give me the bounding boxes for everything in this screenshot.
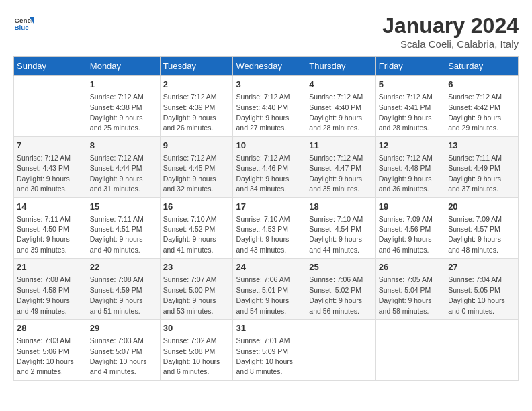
day-cell: 22Sunrise: 7:08 AM Sunset: 4:59 PM Dayli… [87, 259, 160, 320]
day-cell: 29Sunrise: 7:03 AM Sunset: 5:07 PM Dayli… [87, 320, 160, 381]
day-number: 17 [236, 201, 303, 213]
subtitle: Scala Coeli, Calabria, Italy [382, 38, 519, 50]
day-number: 25 [309, 261, 372, 273]
day-cell: 5Sunrise: 7:12 AM Sunset: 4:41 PM Daylig… [375, 76, 445, 137]
week-row-3: 21Sunrise: 7:08 AM Sunset: 4:58 PM Dayli… [14, 259, 519, 320]
day-cell: 23Sunrise: 7:07 AM Sunset: 5:00 PM Dayli… [160, 259, 233, 320]
day-cell: 9Sunrise: 7:12 AM Sunset: 4:45 PM Daylig… [160, 136, 233, 197]
day-cell: 7Sunrise: 7:12 AM Sunset: 4:43 PM Daylig… [14, 136, 87, 197]
day-number: 26 [379, 261, 442, 273]
calendar-table: SundayMondayTuesdayWednesdayThursdayFrid… [13, 56, 519, 381]
day-info: Sunrise: 7:12 AM Sunset: 4:46 PM Dayligh… [236, 154, 290, 193]
week-row-1: 7Sunrise: 7:12 AM Sunset: 4:43 PM Daylig… [14, 136, 519, 197]
day-cell: 17Sunrise: 7:10 AM Sunset: 4:53 PM Dayli… [233, 197, 306, 259]
day-number: 30 [163, 322, 230, 334]
day-header-sunday: Sunday [14, 57, 87, 76]
day-number: 16 [163, 201, 230, 213]
day-number: 12 [379, 140, 442, 152]
header: General Blue January 2024 Scala Coeli, C… [13, 13, 519, 50]
day-number: 3 [236, 79, 303, 91]
day-number: 6 [448, 79, 515, 91]
day-number: 5 [379, 79, 442, 91]
day-cell: 18Sunrise: 7:10 AM Sunset: 4:54 PM Dayli… [306, 197, 375, 259]
day-number: 18 [309, 201, 372, 213]
day-cell: 31Sunrise: 7:01 AM Sunset: 5:09 PM Dayli… [233, 320, 306, 381]
day-info: Sunrise: 7:12 AM Sunset: 4:42 PM Dayligh… [448, 93, 502, 132]
day-info: Sunrise: 7:04 AM Sunset: 5:05 PM Dayligh… [448, 275, 505, 314]
day-number: 11 [309, 140, 372, 152]
day-number: 8 [90, 140, 157, 152]
day-info: Sunrise: 7:06 AM Sunset: 5:01 PM Dayligh… [236, 275, 290, 314]
day-cell: 25Sunrise: 7:06 AM Sunset: 5:02 PM Dayli… [306, 259, 375, 320]
day-cell: 10Sunrise: 7:12 AM Sunset: 4:46 PM Dayli… [233, 136, 306, 197]
day-cell: 4Sunrise: 7:12 AM Sunset: 4:40 PM Daylig… [306, 76, 375, 137]
day-info: Sunrise: 7:12 AM Sunset: 4:43 PM Dayligh… [17, 154, 71, 193]
day-info: Sunrise: 7:11 AM Sunset: 4:50 PM Dayligh… [17, 215, 71, 254]
day-info: Sunrise: 7:08 AM Sunset: 4:58 PM Dayligh… [17, 275, 71, 314]
day-number: 22 [90, 261, 157, 273]
day-cell: 3Sunrise: 7:12 AM Sunset: 4:40 PM Daylig… [233, 76, 306, 137]
day-cell: 8Sunrise: 7:12 AM Sunset: 4:44 PM Daylig… [87, 136, 160, 197]
day-number: 13 [448, 140, 515, 152]
day-number: 1 [90, 79, 157, 91]
day-cell: 19Sunrise: 7:09 AM Sunset: 4:56 PM Dayli… [375, 197, 445, 259]
day-info: Sunrise: 7:12 AM Sunset: 4:40 PM Dayligh… [236, 93, 290, 132]
day-cell: 20Sunrise: 7:09 AM Sunset: 4:57 PM Dayli… [445, 197, 519, 259]
day-cell: 1Sunrise: 7:12 AM Sunset: 4:38 PM Daylig… [87, 76, 160, 137]
day-info: Sunrise: 7:06 AM Sunset: 5:02 PM Dayligh… [309, 275, 363, 314]
day-info: Sunrise: 7:12 AM Sunset: 4:44 PM Dayligh… [90, 154, 144, 193]
day-cell [14, 76, 87, 137]
svg-text:Blue: Blue [15, 24, 30, 31]
day-number: 24 [236, 261, 303, 273]
day-header-tuesday: Tuesday [160, 57, 233, 76]
day-cell: 13Sunrise: 7:11 AM Sunset: 4:49 PM Dayli… [445, 136, 519, 197]
day-cell: 11Sunrise: 7:12 AM Sunset: 4:47 PM Dayli… [306, 136, 375, 197]
day-header-saturday: Saturday [445, 57, 519, 76]
day-info: Sunrise: 7:11 AM Sunset: 4:51 PM Dayligh… [90, 215, 144, 254]
day-cell: 16Sunrise: 7:10 AM Sunset: 4:52 PM Dayli… [160, 197, 233, 259]
day-cell: 30Sunrise: 7:02 AM Sunset: 5:08 PM Dayli… [160, 320, 233, 381]
week-row-0: 1Sunrise: 7:12 AM Sunset: 4:38 PM Daylig… [14, 76, 519, 137]
day-info: Sunrise: 7:08 AM Sunset: 4:59 PM Dayligh… [90, 275, 144, 314]
day-info: Sunrise: 7:12 AM Sunset: 4:39 PM Dayligh… [163, 93, 217, 132]
day-header-wednesday: Wednesday [233, 57, 306, 76]
week-row-4: 28Sunrise: 7:03 AM Sunset: 5:06 PM Dayli… [14, 320, 519, 381]
day-cell: 14Sunrise: 7:11 AM Sunset: 4:50 PM Dayli… [14, 197, 87, 259]
day-number: 20 [448, 201, 515, 213]
day-info: Sunrise: 7:02 AM Sunset: 5:08 PM Dayligh… [163, 336, 220, 375]
day-cell [306, 320, 375, 381]
logo: General Blue [13, 13, 34, 34]
day-cell: 26Sunrise: 7:05 AM Sunset: 5:04 PM Dayli… [375, 259, 445, 320]
day-header-monday: Monday [87, 57, 160, 76]
main-title: January 2024 [382, 13, 519, 38]
day-info: Sunrise: 7:12 AM Sunset: 4:47 PM Dayligh… [309, 154, 363, 193]
day-cell: 12Sunrise: 7:12 AM Sunset: 4:48 PM Dayli… [375, 136, 445, 197]
title-area: January 2024 Scala Coeli, Calabria, Ital… [382, 13, 519, 50]
day-info: Sunrise: 7:10 AM Sunset: 4:52 PM Dayligh… [163, 215, 217, 254]
day-info: Sunrise: 7:11 AM Sunset: 4:49 PM Dayligh… [448, 154, 502, 193]
day-info: Sunrise: 7:10 AM Sunset: 4:54 PM Dayligh… [309, 215, 363, 254]
day-info: Sunrise: 7:01 AM Sunset: 5:09 PM Dayligh… [236, 336, 293, 375]
day-cell: 24Sunrise: 7:06 AM Sunset: 5:01 PM Dayli… [233, 259, 306, 320]
day-info: Sunrise: 7:03 AM Sunset: 5:07 PM Dayligh… [90, 336, 147, 375]
day-header-friday: Friday [375, 57, 445, 76]
day-number: 27 [448, 261, 515, 273]
day-info: Sunrise: 7:07 AM Sunset: 5:00 PM Dayligh… [163, 275, 217, 314]
day-cell: 21Sunrise: 7:08 AM Sunset: 4:58 PM Dayli… [14, 259, 87, 320]
day-number: 31 [236, 322, 303, 334]
day-cell [375, 320, 445, 381]
day-number: 2 [163, 79, 230, 91]
day-cell: 2Sunrise: 7:12 AM Sunset: 4:39 PM Daylig… [160, 76, 233, 137]
day-cell: 28Sunrise: 7:03 AM Sunset: 5:06 PM Dayli… [14, 320, 87, 381]
day-cell: 27Sunrise: 7:04 AM Sunset: 5:05 PM Dayli… [445, 259, 519, 320]
day-cell [445, 320, 519, 381]
day-number: 21 [17, 261, 84, 273]
day-cell: 6Sunrise: 7:12 AM Sunset: 4:42 PM Daylig… [445, 76, 519, 137]
day-number: 23 [163, 261, 230, 273]
day-number: 9 [163, 140, 230, 152]
day-info: Sunrise: 7:12 AM Sunset: 4:38 PM Dayligh… [90, 93, 144, 132]
day-number: 29 [90, 322, 157, 334]
logo-icon: General Blue [13, 13, 34, 34]
days-header-row: SundayMondayTuesdayWednesdayThursdayFrid… [14, 57, 519, 76]
day-number: 4 [309, 79, 372, 91]
